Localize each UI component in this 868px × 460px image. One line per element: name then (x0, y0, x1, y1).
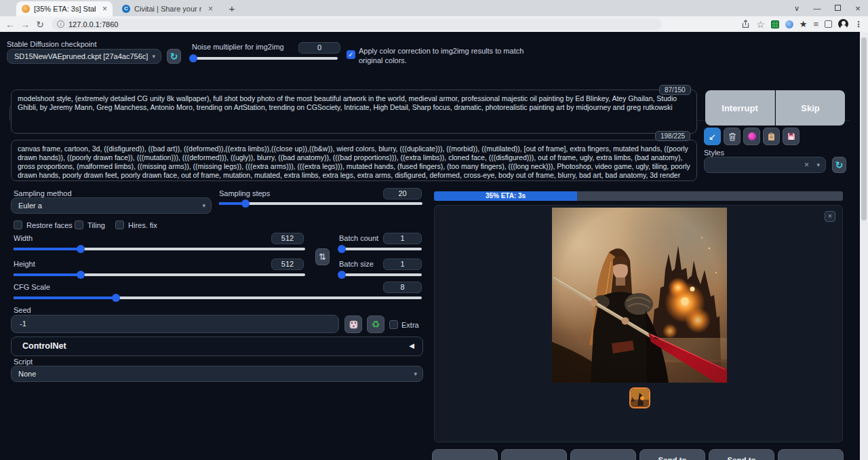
noise-multiplier-input[interactable]: 0 (298, 42, 340, 54)
extension-star-icon[interactable]: ★ (800, 19, 808, 29)
height-input[interactable]: 512 (271, 258, 304, 270)
seed-input[interactable]: -1 (11, 315, 339, 333)
close-preview-icon[interactable]: × (825, 211, 835, 222)
checkmark-icon: ✓ (348, 51, 353, 58)
thumbnail-art (631, 389, 649, 407)
checkpoint-dropdown[interactable]: SD15NewVAEpruned.ckpt [27a4ac756c] ▾ (7, 49, 161, 64)
interrupt-button[interactable]: Interrupt (705, 90, 775, 126)
tiling-checkbox[interactable] (75, 221, 83, 229)
dice-icon (349, 320, 358, 329)
width-input[interactable]: 512 (271, 233, 304, 244)
new-tab-button[interactable]: + (226, 3, 237, 14)
window-restore-icon[interactable] (827, 4, 848, 12)
save-style-button[interactable] (783, 128, 800, 145)
stable-diffusion-favicon-icon (22, 5, 30, 13)
chevron-down-icon: ▾ (816, 161, 820, 168)
gallery-thumbnail-selected[interactable] (629, 387, 650, 408)
batch-count-slider[interactable] (339, 248, 422, 250)
scrollbar-thumb[interactable] (861, 37, 867, 221)
extension-grid-icon[interactable] (771, 20, 779, 28)
swap-width-height-button[interactable]: ⇅ (315, 248, 330, 265)
negative-prompt-textarea[interactable]: canvas frame, cartoon, 3d, ((disfigured)… (11, 140, 697, 181)
bookmark-star-icon[interactable]: ☆ (756, 19, 765, 30)
browser-tab-civitai[interactable]: C Civitai | Share your models × (117, 1, 218, 16)
sampling-steps-label: Sampling steps (219, 189, 270, 197)
paste-generation-params-button[interactable]: ↙ (704, 128, 721, 145)
save-button[interactable]: Save (501, 449, 567, 460)
generated-image[interactable] (552, 208, 727, 383)
accordion-collapsed-icon: ◀ (409, 342, 414, 349)
hires-fix-checkbox[interactable] (115, 221, 124, 229)
batch-count-input[interactable]: 1 (383, 233, 422, 244)
open-folder-button[interactable] (432, 449, 498, 460)
tab-close-icon[interactable]: × (208, 4, 213, 14)
recycle-icon: ♻ (372, 319, 380, 330)
page-scrollbar[interactable] (860, 32, 868, 460)
send-to-img2img-button[interactable]: Send to img2img (639, 449, 705, 460)
refresh-icon: ↻ (170, 51, 178, 62)
extra-networks-button[interactable] (743, 128, 760, 145)
cfg-scale-slider[interactable] (14, 296, 422, 299)
cfg-scale-input[interactable]: 8 (383, 282, 422, 293)
styles-clear-icon[interactable]: × (804, 160, 809, 170)
noise-multiplier-slider[interactable] (191, 57, 338, 60)
color-correction-checkbox[interactable]: ✓ (347, 50, 355, 59)
window-menu-icon[interactable]: ∨ (787, 4, 807, 13)
hires-fix-label: Hires. fix (128, 221, 157, 229)
send-to-extras-button[interactable]: Send to extras (778, 449, 844, 460)
address-input[interactable]: i 127.0.0.1:7860 (52, 18, 662, 30)
sampling-steps-input[interactable]: 20 (383, 188, 422, 199)
extra-seed-checkbox[interactable] (389, 320, 398, 329)
controlnet-accordion[interactable]: ControlNet ◀ (11, 337, 423, 356)
refresh-styles-button[interactable]: ↻ (832, 157, 846, 173)
tiling-label: Tiling (87, 221, 105, 229)
prompt-textarea[interactable]: modelshoot style, (extremely detailed CG… (11, 90, 697, 134)
script-label: Script (14, 358, 33, 366)
window-close-icon[interactable]: × (848, 3, 868, 14)
reading-list-icon[interactable]: ≡ (813, 19, 818, 29)
styles-dropdown[interactable]: × ▾ (704, 157, 826, 173)
tab-close-icon[interactable]: × (102, 4, 107, 14)
seed-label: Seed (14, 306, 31, 314)
generated-image-art (552, 208, 727, 383)
random-seed-button[interactable] (344, 315, 362, 333)
generation-progress-bar: 35% ETA: 3s (434, 191, 843, 201)
height-slider[interactable] (14, 273, 305, 276)
window-minimize-icon[interactable]: — (807, 4, 827, 12)
browser-tab-active[interactable]: [35% ETA: 3s] Stable Diffusion × (16, 1, 113, 16)
width-label: Width (14, 234, 33, 242)
restore-faces-checkbox[interactable] (14, 221, 22, 229)
sampling-method-dropdown[interactable]: Euler a ▾ (11, 197, 212, 214)
back-icon[interactable]: ← (3, 19, 18, 30)
apply-styles-button[interactable] (763, 128, 780, 145)
browser-toolbar-icons: ☆ ★ ≡ ⋮ (741, 17, 863, 31)
send-to-inpaint-button[interactable]: Send to inpaint (709, 449, 774, 460)
extension-blue-icon[interactable] (785, 20, 793, 28)
image-preview-panel: × (434, 205, 843, 442)
reload-icon[interactable]: ↻ (33, 19, 47, 30)
noise-multiplier-label: Noise multiplier for img2img (192, 43, 284, 51)
site-info-icon[interactable]: i (57, 20, 64, 28)
prompt-token-counter: 87/150 (659, 85, 691, 95)
forward-icon[interactable]: → (18, 19, 33, 30)
extra-seed-label: Extra (401, 321, 419, 329)
sampling-method-label: Sampling method (14, 189, 72, 197)
batch-size-slider[interactable] (339, 273, 422, 276)
chevron-down-icon: ▾ (202, 198, 205, 213)
refresh-checkpoints-button[interactable]: ↻ (167, 49, 181, 64)
width-slider[interactable] (14, 248, 305, 250)
browser-tab-strip: [35% ETA: 3s] Stable Diffusion × C Civit… (0, 0, 868, 16)
kebab-menu-icon[interactable]: ⋮ (854, 20, 863, 29)
skip-button[interactable]: Skip (776, 90, 845, 126)
reuse-seed-button[interactable]: ♻ (367, 315, 384, 333)
sampling-steps-slider[interactable] (219, 202, 422, 205)
zip-button[interactable]: Zip (570, 449, 636, 460)
share-icon[interactable] (741, 20, 750, 28)
clear-prompt-button[interactable] (724, 128, 741, 145)
batch-size-input[interactable]: 1 (383, 258, 422, 270)
profile-avatar[interactable] (838, 19, 848, 29)
cfg-scale-label: CFG Scale (14, 283, 50, 291)
script-dropdown[interactable]: None ▾ (11, 366, 423, 382)
sidebar-icon[interactable] (825, 20, 832, 28)
batch-size-label: Batch size (339, 260, 374, 268)
